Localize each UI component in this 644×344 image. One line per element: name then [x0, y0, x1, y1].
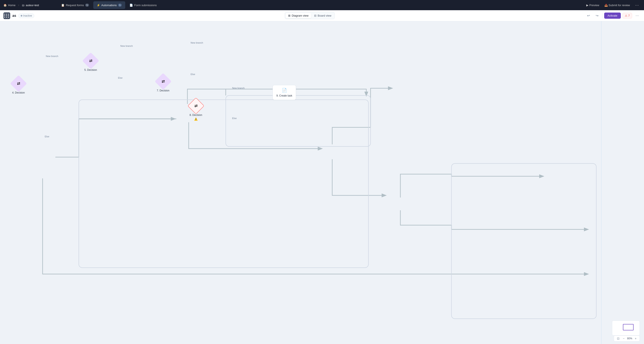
branch-label-else-4: Else	[45, 135, 49, 138]
node-8-error-badge: ⚠️	[194, 117, 198, 121]
tab-automations-badge: 1	[118, 3, 122, 6]
preview-button[interactable]: ▶ Preview	[584, 3, 601, 8]
zoom-level: 80%	[627, 337, 632, 340]
view-toggle: ⊞ Diagram view ⊟ Board view	[285, 12, 335, 19]
decision-icon-7: ⇄	[162, 79, 164, 84]
status-label: Inactive	[23, 14, 32, 17]
toolbar-more-icon: ⋯	[636, 14, 639, 18]
decision-icon: ⇄	[17, 81, 20, 86]
redo-icon: ↪	[596, 14, 598, 18]
preview-icon: ▶	[586, 3, 588, 7]
warning-icon: ⚠	[625, 14, 628, 17]
toolbar: as Inactive ⊞ Diagram view ⊟ Board view …	[0, 10, 644, 21]
project-link[interactable]: 🗂 auteur-test	[22, 3, 39, 7]
form-submissions-icon: 📄	[130, 3, 133, 7]
warning-badge[interactable]: ⚠ 7	[622, 13, 632, 18]
zoom-fit-button[interactable]: ⊡	[616, 337, 620, 340]
tab-form-submissions[interactable]: 📄 Form submissions	[126, 1, 160, 9]
branch-label-else-3: Else	[232, 117, 236, 120]
request-forms-icon: 📋	[61, 3, 64, 7]
project-icon: 🗂	[22, 3, 24, 7]
svg-rect-4	[452, 164, 596, 319]
node-9-create-task[interactable]: 📄 9. Create task	[272, 85, 296, 100]
zoom-in-button[interactable]: +	[634, 337, 638, 340]
node-4-diamond[interactable]: ⇄	[10, 75, 27, 92]
undo-icon: ↩	[587, 14, 590, 18]
branch-label-0: New branch	[46, 55, 58, 57]
diagram-view-label: Diagram view	[292, 14, 308, 17]
activate-button[interactable]: Activate	[604, 12, 621, 19]
submit-icon: 📤	[604, 3, 608, 7]
tab-automations[interactable]: ⚡ Automations 1	[93, 1, 125, 9]
diagram-canvas[interactable]: ⇄ 4. Decision ⇄ 5. Decision ⇄ 7. Decisio…	[0, 21, 644, 344]
node-7-decision[interactable]: ⇄ 7. Decision	[157, 75, 169, 92]
node-8-decision[interactable]: ⇄ 8. Decision ⚠️	[190, 100, 202, 121]
node-5-diamond[interactable]: ⇄	[82, 52, 99, 69]
top-navigation: 🏠 Home › 🗂 auteur-test 📋 Request forms 1…	[0, 0, 644, 10]
warning-count: 7	[628, 14, 630, 17]
node-8-diamond[interactable]: ⇄	[188, 97, 204, 114]
decision-icon-8: ⇄	[194, 104, 198, 108]
project-label: auteur-test	[26, 3, 39, 7]
toolbar-divider	[602, 13, 602, 18]
svg-rect-3	[304, 100, 594, 312]
status-badge[interactable]: Inactive	[18, 13, 34, 18]
tab-request-forms-badge: 1	[85, 3, 89, 6]
node-4-decision[interactable]: ⇄ 4. Decision	[12, 78, 25, 94]
node-7-diamond[interactable]: ⇄	[154, 73, 172, 90]
zoom-controls: ⊡ − 80% +	[614, 336, 640, 342]
app-icon	[4, 12, 10, 19]
branch-label-else-1: Else	[118, 77, 122, 79]
branch-label-new-branch-3: New branch	[232, 87, 245, 89]
preview-label: Preview	[589, 3, 599, 7]
branch-label-2: New branch	[190, 41, 203, 44]
home-link[interactable]: 🏠 Home	[4, 3, 16, 7]
decision-icon-5: ⇄	[89, 58, 92, 63]
node-9-box[interactable]: 📄 9. Create task	[272, 85, 296, 100]
redo-button[interactable]: ↪	[594, 12, 600, 19]
node-8-label: 8. Decision	[190, 114, 202, 117]
node-5-decision[interactable]: ⇄ 5. Decision	[84, 55, 97, 71]
branch-label-1: New branch	[120, 45, 133, 47]
node-9-label: 9. Create task	[276, 94, 292, 97]
tab-request-forms-label: Request forms	[66, 3, 84, 7]
app-name: as	[12, 14, 16, 18]
minimap[interactable]	[612, 321, 640, 336]
svg-rect-0	[226, 95, 370, 147]
zoom-out-button[interactable]: −	[622, 337, 626, 340]
node-4-label: 4. Decision	[12, 91, 25, 94]
undo-button[interactable]: ↩	[585, 12, 592, 19]
breadcrumb-separator: ›	[18, 3, 19, 7]
app-dots-grid	[4, 14, 9, 18]
home-icon: 🏠	[4, 3, 7, 7]
task-icon: 📄	[282, 88, 287, 93]
svg-rect-1	[370, 83, 413, 91]
nav-more-button[interactable]: ⋯	[633, 2, 640, 8]
tab-request-forms[interactable]: 📋 Request forms 1	[58, 1, 92, 9]
tab-automations-label: Automations	[101, 3, 117, 7]
diagram-view-button[interactable]: ⊞ Diagram view	[286, 13, 311, 18]
board-view-button[interactable]: ⊟ Board view	[312, 13, 334, 18]
diagram-view-icon: ⊞	[288, 14, 290, 17]
node-5-label: 5. Decision	[84, 68, 97, 71]
board-view-icon: ⊟	[314, 14, 316, 17]
submit-label: Submit for review	[609, 3, 630, 7]
submit-review-button[interactable]: 📤 Submit for review	[603, 3, 632, 8]
node-7-label: 7. Decision	[157, 89, 169, 92]
board-view-label: Board view	[318, 14, 331, 17]
minimap-viewport	[623, 324, 634, 330]
status-indicator	[21, 15, 22, 16]
branch-label-else-2: Else	[190, 73, 195, 75]
home-label: Home	[8, 3, 16, 7]
toolbar-more-button[interactable]: ⋯	[634, 12, 640, 19]
tab-form-submissions-label: Form submissions	[134, 3, 156, 7]
svg-rect-2	[79, 100, 368, 268]
automations-icon: ⚡	[97, 3, 100, 7]
